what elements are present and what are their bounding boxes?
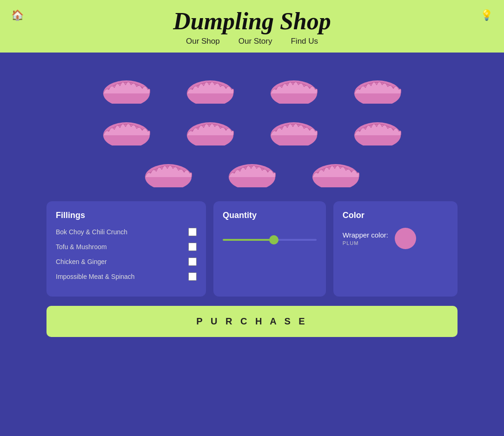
filling-item-1: Bok Choy & Chili Crunch (56, 228, 197, 236)
settings-icon[interactable]: 💡 (480, 9, 493, 21)
header: 🏠 💡 Dumpling Shop Our Shop Our Story Fin… (0, 0, 504, 53)
dumpling-row-3 (140, 150, 364, 187)
dumpling (350, 66, 405, 104)
dumpling (182, 66, 238, 104)
dumplings-grid (46, 66, 458, 187)
nav-our-story[interactable]: Our Story (239, 37, 272, 46)
nav-find-us[interactable]: Find Us (291, 37, 318, 46)
fillings-title: Fillings (56, 211, 197, 220)
purchase-button[interactable]: P U R C H A S E (46, 306, 458, 337)
dumpling (308, 150, 364, 187)
quantity-slider[interactable] (223, 239, 317, 241)
dumpling (99, 66, 154, 104)
slider-container (223, 230, 317, 247)
dumpling (140, 150, 196, 187)
filling-checkbox-1[interactable] (188, 228, 197, 236)
main-nav: Our Shop Our Story Find Us (186, 37, 318, 46)
dumpling (182, 108, 238, 145)
wrapper-color-label: Wrapper color: (343, 231, 388, 239)
filling-checkbox-2[interactable] (188, 243, 197, 251)
filling-label-2: Tofu & Mushroom (56, 243, 107, 251)
filling-item-3: Chicken & Ginger (56, 258, 197, 266)
dumpling (266, 66, 322, 104)
color-display: Wrapper color: PLUM (343, 228, 448, 249)
fillings-panel: Fillings Bok Choy & Chili Crunch Tofu & … (46, 201, 206, 297)
filling-label-1: Bok Choy & Chili Crunch (56, 228, 127, 236)
color-panel: Color Wrapper color: PLUM (333, 201, 458, 297)
color-text-group: Wrapper color: PLUM (343, 231, 388, 246)
dumpling (224, 150, 280, 187)
header-icons: 🏠 💡 (0, 0, 504, 31)
dumpling-row-1 (99, 66, 405, 104)
filling-item-4: Impossible Meat & Spinach (56, 272, 197, 281)
dumpling-row-2 (99, 108, 405, 145)
filling-checkbox-4[interactable] (188, 272, 197, 281)
color-name: PLUM (343, 240, 388, 246)
color-title: Color (343, 211, 448, 220)
nav-our-shop[interactable]: Our Shop (186, 37, 220, 46)
dumpling (99, 108, 154, 145)
dumpling (350, 108, 405, 145)
quantity-title: Quantity (223, 211, 317, 220)
filling-item-2: Tofu & Mushroom (56, 243, 197, 251)
filling-label-3: Chicken & Ginger (56, 258, 107, 265)
controls-section: Fillings Bok Choy & Chili Crunch Tofu & … (46, 201, 458, 297)
filling-checkbox-3[interactable] (188, 258, 197, 266)
filling-label-4: Impossible Meat & Spinach (56, 273, 135, 280)
main-content: Fillings Bok Choy & Chili Crunch Tofu & … (0, 53, 504, 346)
dumpling (266, 108, 322, 145)
color-swatch[interactable] (395, 228, 416, 249)
quantity-panel: Quantity (213, 201, 326, 297)
home-icon[interactable]: 🏠 (11, 9, 24, 21)
